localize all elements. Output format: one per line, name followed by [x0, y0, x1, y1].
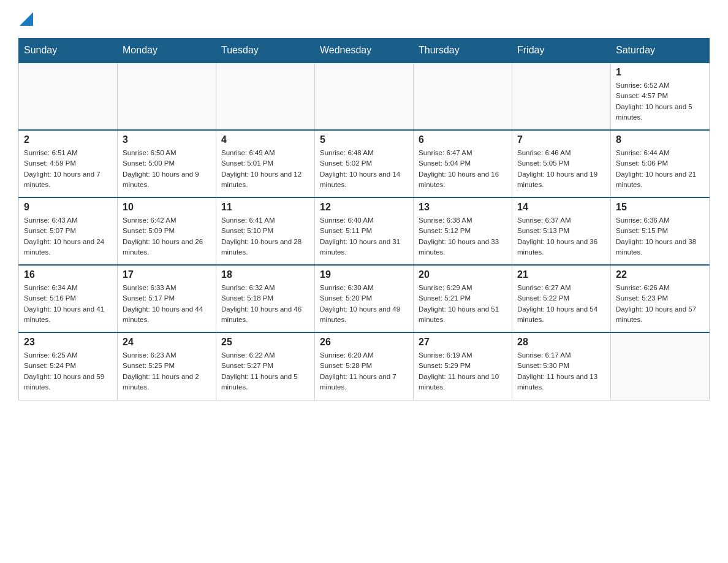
day-info: Sunrise: 6:48 AMSunset: 5:02 PMDaylight:…	[320, 148, 408, 190]
day-number: 6	[419, 134, 507, 145]
calendar-cell: 20Sunrise: 6:29 AMSunset: 5:21 PMDayligh…	[414, 265, 512, 332]
day-number: 17	[123, 269, 211, 280]
calendar-cell: 9Sunrise: 6:43 AMSunset: 5:07 PMDaylight…	[19, 197, 118, 265]
day-number: 2	[24, 134, 112, 145]
week-row-4: 16Sunrise: 6:34 AMSunset: 5:16 PMDayligh…	[19, 265, 710, 332]
day-number: 21	[517, 269, 605, 280]
calendar-cell: 1Sunrise: 6:52 AMSunset: 4:57 PMDaylight…	[611, 63, 710, 130]
day-info: Sunrise: 6:34 AMSunset: 5:16 PMDaylight:…	[24, 283, 112, 325]
day-number: 19	[320, 269, 408, 280]
day-info: Sunrise: 6:33 AMSunset: 5:17 PMDaylight:…	[123, 283, 211, 325]
week-row-5: 23Sunrise: 6:25 AMSunset: 5:24 PMDayligh…	[19, 332, 710, 400]
day-number: 12	[320, 202, 408, 213]
day-number: 27	[419, 337, 507, 348]
day-info: Sunrise: 6:30 AMSunset: 5:20 PMDaylight:…	[320, 283, 408, 325]
svg-marker-0	[20, 12, 33, 26]
day-info: Sunrise: 6:50 AMSunset: 5:00 PMDaylight:…	[123, 148, 211, 190]
day-number: 4	[221, 134, 309, 145]
day-info: Sunrise: 6:44 AMSunset: 5:06 PMDaylight:…	[616, 148, 704, 190]
weekday-header-wednesday: Wednesday	[315, 39, 414, 63]
calendar-cell: 21Sunrise: 6:27 AMSunset: 5:22 PMDayligh…	[512, 265, 611, 332]
calendar-cell	[414, 63, 512, 130]
calendar-cell: 3Sunrise: 6:50 AMSunset: 5:00 PMDaylight…	[118, 130, 216, 197]
day-number: 14	[517, 202, 605, 213]
weekday-header-sunday: Sunday	[19, 39, 118, 63]
day-number: 8	[616, 134, 704, 145]
week-row-3: 9Sunrise: 6:43 AMSunset: 5:07 PMDaylight…	[19, 197, 710, 265]
calendar-cell: 12Sunrise: 6:40 AMSunset: 5:11 PMDayligh…	[315, 197, 414, 265]
day-number: 1	[616, 67, 704, 78]
calendar-cell: 17Sunrise: 6:33 AMSunset: 5:17 PMDayligh…	[118, 265, 216, 332]
calendar-cell: 22Sunrise: 6:26 AMSunset: 5:23 PMDayligh…	[611, 265, 710, 332]
day-info: Sunrise: 6:36 AMSunset: 5:15 PMDaylight:…	[616, 215, 704, 258]
calendar-cell	[19, 63, 118, 130]
day-number: 28	[517, 337, 605, 348]
calendar-cell: 19Sunrise: 6:30 AMSunset: 5:20 PMDayligh…	[315, 265, 414, 332]
weekday-header-saturday: Saturday	[611, 39, 710, 63]
calendar-cell: 11Sunrise: 6:41 AMSunset: 5:10 PMDayligh…	[216, 197, 315, 265]
calendar-cell: 28Sunrise: 6:17 AMSunset: 5:30 PMDayligh…	[512, 332, 611, 400]
day-info: Sunrise: 6:25 AMSunset: 5:24 PMDaylight:…	[24, 350, 112, 393]
day-number: 20	[419, 269, 507, 280]
day-number: 5	[320, 134, 408, 145]
day-number: 22	[616, 269, 704, 280]
calendar-cell: 13Sunrise: 6:38 AMSunset: 5:12 PMDayligh…	[414, 197, 512, 265]
calendar-cell	[512, 63, 611, 130]
day-number: 18	[221, 269, 309, 280]
day-number: 26	[320, 337, 408, 348]
day-info: Sunrise: 6:32 AMSunset: 5:18 PMDaylight:…	[221, 283, 309, 325]
day-info: Sunrise: 6:27 AMSunset: 5:22 PMDaylight:…	[517, 283, 605, 325]
weekday-header-monday: Monday	[118, 39, 216, 63]
weekday-header-friday: Friday	[512, 39, 611, 63]
calendar-cell	[315, 63, 414, 130]
day-number: 9	[24, 202, 112, 213]
day-info: Sunrise: 6:52 AMSunset: 4:57 PMDaylight:…	[616, 80, 704, 123]
day-info: Sunrise: 6:43 AMSunset: 5:07 PMDaylight:…	[24, 215, 112, 258]
day-info: Sunrise: 6:19 AMSunset: 5:29 PMDaylight:…	[419, 350, 507, 393]
day-info: Sunrise: 6:47 AMSunset: 5:04 PMDaylight:…	[419, 148, 507, 190]
day-info: Sunrise: 6:42 AMSunset: 5:09 PMDaylight:…	[123, 215, 211, 258]
day-info: Sunrise: 6:46 AMSunset: 5:05 PMDaylight:…	[517, 148, 605, 190]
day-info: Sunrise: 6:22 AMSunset: 5:27 PMDaylight:…	[221, 350, 309, 393]
day-number: 16	[24, 269, 112, 280]
calendar-cell: 15Sunrise: 6:36 AMSunset: 5:15 PMDayligh…	[611, 197, 710, 265]
day-number: 25	[221, 337, 309, 348]
day-info: Sunrise: 6:51 AMSunset: 4:59 PMDaylight:…	[24, 148, 112, 190]
calendar-cell: 8Sunrise: 6:44 AMSunset: 5:06 PMDaylight…	[611, 130, 710, 197]
day-number: 24	[123, 337, 211, 348]
calendar-cell: 26Sunrise: 6:20 AMSunset: 5:28 PMDayligh…	[315, 332, 414, 400]
calendar-table: SundayMondayTuesdayWednesdayThursdayFrid…	[18, 38, 710, 400]
day-number: 23	[24, 337, 112, 348]
page-header	[18, 12, 710, 26]
day-info: Sunrise: 6:49 AMSunset: 5:01 PMDaylight:…	[221, 148, 309, 190]
day-number: 3	[123, 134, 211, 145]
logo-triangle-icon	[20, 12, 33, 26]
calendar-cell: 24Sunrise: 6:23 AMSunset: 5:25 PMDayligh…	[118, 332, 216, 400]
day-info: Sunrise: 6:29 AMSunset: 5:21 PMDaylight:…	[419, 283, 507, 325]
calendar-cell: 2Sunrise: 6:51 AMSunset: 4:59 PMDaylight…	[19, 130, 118, 197]
day-info: Sunrise: 6:38 AMSunset: 5:12 PMDaylight:…	[419, 215, 507, 258]
calendar-cell: 18Sunrise: 6:32 AMSunset: 5:18 PMDayligh…	[216, 265, 315, 332]
calendar-cell	[118, 63, 216, 130]
calendar-cell: 6Sunrise: 6:47 AMSunset: 5:04 PMDaylight…	[414, 130, 512, 197]
day-number: 10	[123, 202, 211, 213]
day-number: 15	[616, 202, 704, 213]
day-info: Sunrise: 6:41 AMSunset: 5:10 PMDaylight:…	[221, 215, 309, 258]
week-row-2: 2Sunrise: 6:51 AMSunset: 4:59 PMDaylight…	[19, 130, 710, 197]
calendar-cell: 23Sunrise: 6:25 AMSunset: 5:24 PMDayligh…	[19, 332, 118, 400]
calendar-cell: 27Sunrise: 6:19 AMSunset: 5:29 PMDayligh…	[414, 332, 512, 400]
day-number: 7	[517, 134, 605, 145]
calendar-cell: 14Sunrise: 6:37 AMSunset: 5:13 PMDayligh…	[512, 197, 611, 265]
weekday-header-thursday: Thursday	[414, 39, 512, 63]
weekday-header-row: SundayMondayTuesdayWednesdayThursdayFrid…	[19, 39, 710, 63]
day-number: 13	[419, 202, 507, 213]
day-info: Sunrise: 6:26 AMSunset: 5:23 PMDaylight:…	[616, 283, 704, 325]
calendar-cell: 10Sunrise: 6:42 AMSunset: 5:09 PMDayligh…	[118, 197, 216, 265]
day-info: Sunrise: 6:23 AMSunset: 5:25 PMDaylight:…	[123, 350, 211, 393]
day-info: Sunrise: 6:20 AMSunset: 5:28 PMDaylight:…	[320, 350, 408, 393]
week-row-1: 1Sunrise: 6:52 AMSunset: 4:57 PMDaylight…	[19, 63, 710, 130]
calendar-cell: 7Sunrise: 6:46 AMSunset: 5:05 PMDaylight…	[512, 130, 611, 197]
weekday-header-tuesday: Tuesday	[216, 39, 315, 63]
calendar-cell: 25Sunrise: 6:22 AMSunset: 5:27 PMDayligh…	[216, 332, 315, 400]
calendar-cell: 16Sunrise: 6:34 AMSunset: 5:16 PMDayligh…	[19, 265, 118, 332]
